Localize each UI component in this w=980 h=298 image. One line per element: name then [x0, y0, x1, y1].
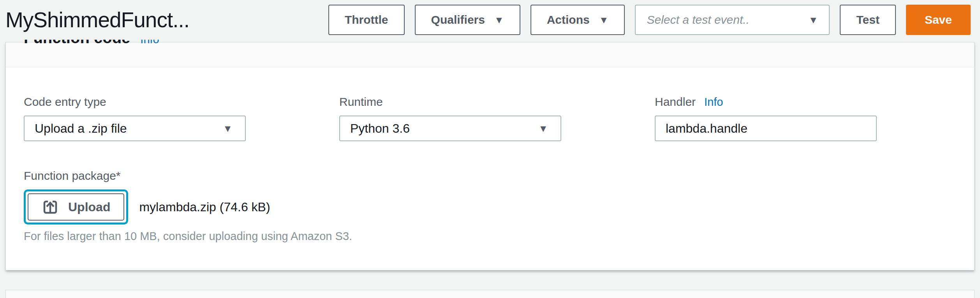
runtime-value: Python 3.6 [350, 121, 410, 136]
throttle-button-label: Throttle [345, 13, 388, 26]
chevron-down-icon: ▼ [599, 15, 609, 25]
runtime-field: Runtime Python 3.6 ▼ [339, 95, 561, 141]
runtime-select[interactable]: Python 3.6 ▼ [339, 116, 561, 141]
function-code-panel-body: Code entry type Upload a .zip file ▼ Run… [6, 67, 974, 270]
chevron-down-icon: ▼ [538, 124, 548, 133]
uploaded-file-name: mylambda.zip (74.6 kB) [139, 200, 270, 214]
test-event-select-placeholder: Select a test event.. [647, 13, 749, 26]
function-package-label: Function package* [24, 169, 956, 182]
test-button[interactable]: Test [840, 5, 895, 35]
upload-helper-text: For files larger than 10 MB, consider up… [24, 230, 956, 243]
function-header-bar: MyShimmedFunct... Throttle Qualifiers ▼ … [0, 0, 980, 40]
chevron-down-icon: ▼ [223, 124, 233, 133]
next-section-panel-stub [5, 290, 975, 298]
test-button-label: Test [856, 13, 879, 26]
runtime-label: Runtime [339, 95, 561, 109]
upload-button[interactable]: Upload [28, 193, 124, 221]
function-code-panel: Function code Info Code entry type Uploa… [5, 42, 975, 270]
function-name-title: MyShimmedFunct... [5, 7, 189, 32]
upload-icon [42, 198, 59, 216]
actions-dropdown-button[interactable]: Actions ▼ [531, 5, 625, 35]
qualifiers-dropdown-button[interactable]: Qualifiers ▼ [415, 5, 520, 35]
chevron-down-icon: ▼ [809, 15, 818, 25]
code-settings-row: Code entry type Upload a .zip file ▼ Run… [24, 95, 956, 141]
header-actions: Throttle Qualifiers ▼ Actions ▼ Select a… [328, 5, 971, 35]
handler-info-link[interactable]: Info [704, 96, 723, 109]
throttle-button[interactable]: Throttle [328, 5, 405, 35]
save-button[interactable]: Save [906, 5, 971, 35]
handler-input[interactable] [655, 116, 877, 141]
qualifiers-button-label: Qualifiers [431, 13, 485, 26]
code-entry-type-select[interactable]: Upload a .zip file ▼ [24, 116, 246, 141]
actions-button-label: Actions [547, 13, 590, 26]
handler-field: Handler Info [655, 95, 877, 141]
test-event-select[interactable]: Select a test event.. ▼ [635, 5, 830, 35]
function-code-panel-header: Function code Info [6, 42, 974, 67]
chevron-down-icon: ▼ [494, 15, 504, 25]
code-entry-type-label: Code entry type [24, 95, 246, 109]
upload-button-focus-ring: Upload [24, 189, 128, 224]
handler-label-row: Handler Info [655, 95, 877, 109]
upload-button-label: Upload [68, 200, 110, 214]
save-button-label: Save [925, 13, 952, 26]
upload-row: Upload mylambda.zip (74.6 kB) [24, 189, 956, 224]
handler-label: Handler [655, 95, 696, 109]
code-entry-type-field: Code entry type Upload a .zip file ▼ [24, 95, 246, 141]
function-package-section: Function package* Upload mylambda.zip (7… [24, 169, 956, 243]
code-entry-type-value: Upload a .zip file [35, 121, 127, 136]
